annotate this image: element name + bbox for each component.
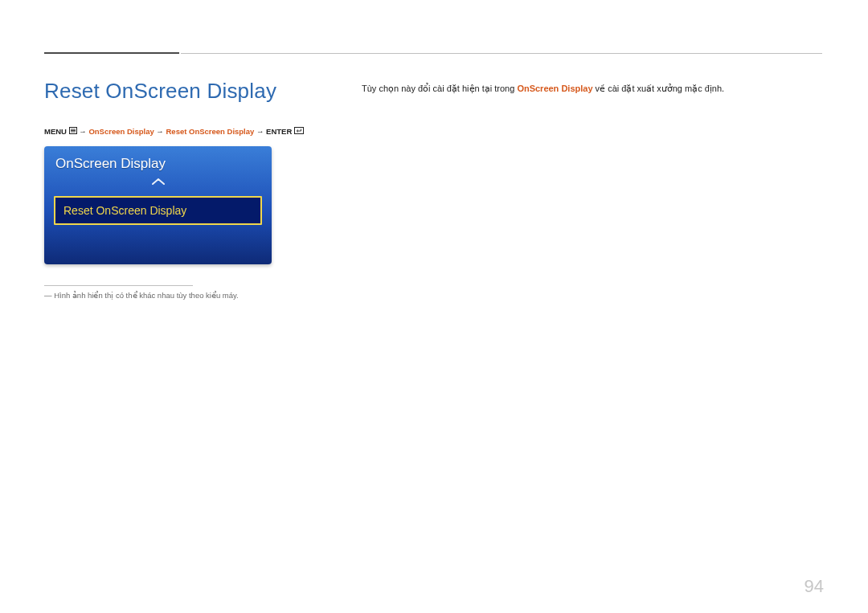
desc-pre: Tùy chọn này đổi cài đặt hiện tại trong xyxy=(362,84,514,93)
breadcrumb-onscreen-display: OnScreen Display xyxy=(88,127,154,136)
page-title: Reset OnScreen Display xyxy=(44,79,276,104)
breadcrumb-reset-onscreen-display: Reset OnScreen Display xyxy=(166,127,255,136)
page-number: 94 xyxy=(805,576,824,597)
desc-post: về cài đặt xuất xưởng mặc định. xyxy=(596,84,725,93)
desc-highlight: OnScreen Display xyxy=(517,84,592,93)
description-text: Tùy chọn này đổi cài đặt hiện tại trong … xyxy=(362,84,724,94)
menu-item-reset-onscreen-display[interactable]: Reset OnScreen Display xyxy=(54,196,262,225)
enter-icon xyxy=(294,127,304,136)
breadcrumb-sep-1: → xyxy=(77,127,89,136)
breadcrumb-sep-2: → xyxy=(154,127,166,136)
svg-rect-4 xyxy=(294,128,303,134)
chevron-up-icon[interactable] xyxy=(44,175,272,188)
breadcrumb: MENU → OnScreen Display → Reset OnScreen… xyxy=(44,127,304,136)
header-rule-thin xyxy=(181,53,822,54)
header-rule-thick xyxy=(44,52,179,54)
menu-header: OnScreen Display xyxy=(44,146,272,177)
breadcrumb-enter-label: ENTER xyxy=(266,127,294,136)
onscreen-display-menu: OnScreen Display Reset OnScreen Display xyxy=(44,146,272,264)
breadcrumb-menu-label: MENU xyxy=(44,127,69,136)
menu-icon xyxy=(69,127,77,136)
footnote-rule xyxy=(44,285,193,286)
breadcrumb-sep-3: → xyxy=(254,127,266,136)
footnote: Hình ảnh hiển thị có thể khác nhau tùy t… xyxy=(44,291,239,300)
